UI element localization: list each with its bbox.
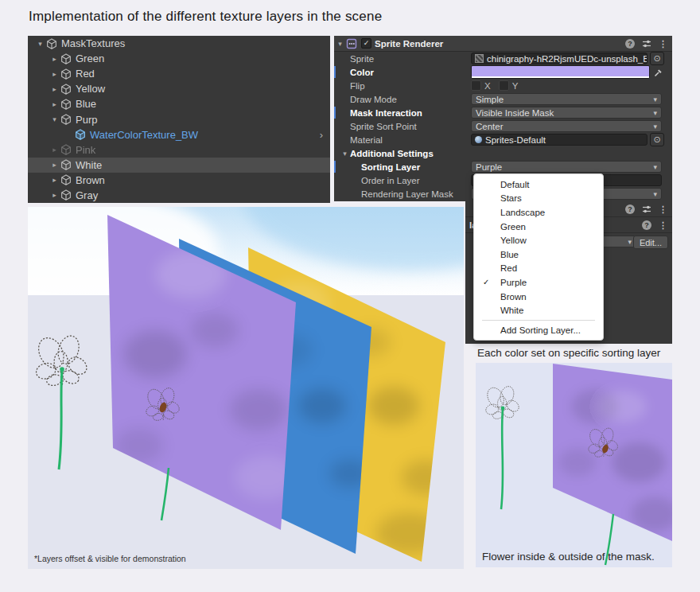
hierarchy-item-label: Pink — [76, 144, 95, 156]
kebab-menu-icon[interactable]: ⋮ — [659, 220, 667, 230]
cube-icon — [60, 114, 72, 125]
foldout-icon[interactable]: ▾ — [339, 150, 351, 158]
kebab-menu-icon[interactable]: ⋮ — [659, 204, 667, 214]
property-label: Sprite Sort Point — [350, 122, 417, 131]
hierarchy-item-masktextures[interactable]: ▾MaskTextures — [28, 36, 330, 51]
hierarchy-item-watercolortexture_bw[interactable]: WaterColorTexture_BW› — [28, 127, 330, 142]
preset-icon[interactable] — [642, 39, 651, 49]
color-swatch[interactable] — [471, 65, 650, 79]
dropdown-mask-interaction[interactable]: Visible Inside Mask▾ — [471, 107, 662, 119]
hierarchy-item-label: White — [76, 159, 102, 171]
menu-item-blue[interactable]: Blue — [474, 247, 603, 262]
hierarchy-item-label: Gray — [76, 189, 98, 201]
menu-divider — [482, 320, 595, 321]
menu-item-brown[interactable]: Brown — [474, 290, 603, 304]
object-picker-icon[interactable]: ⊙ — [650, 133, 664, 146]
sprite-renderer-header[interactable]: ▾ ✓ Sprite Renderer ? ⋮ — [334, 36, 672, 52]
foldout-icon[interactable]: ▸ — [49, 191, 60, 199]
menu-item-yellow[interactable]: Yellow — [474, 233, 603, 247]
foldout-icon[interactable]: ▸ — [49, 85, 60, 93]
value-cell: Sprites-Default⊙ — [471, 134, 664, 146]
menu-item-label: White — [500, 306, 523, 315]
preset-icon[interactable] — [642, 204, 651, 214]
foldout-icon[interactable]: ▸ — [49, 55, 60, 63]
foldout-icon[interactable]: ▸ — [49, 70, 60, 78]
inspector-row-sorting-layer: Sorting LayerPurple▾ — [334, 160, 672, 173]
menu-item-label: Yellow — [500, 236, 527, 245]
override-indicator — [334, 161, 336, 173]
override-indicator — [334, 107, 336, 119]
menu-item-label: Landscape — [500, 208, 545, 217]
hierarchy-item-label: Green — [76, 53, 104, 64]
property-label: Flip — [350, 81, 365, 91]
menu-item-white[interactable]: White — [474, 303, 603, 317]
menu-item-landscape[interactable]: Landscape — [474, 205, 603, 220]
property-label: Color — [350, 68, 374, 77]
chevron-down-icon: ▾ — [653, 163, 657, 171]
menu-item-default[interactable]: Default — [474, 177, 603, 192]
hierarchy-panel: ▾MaskTextures▸Green▸Red▸Yellow▸Blue▾Purp… — [28, 36, 330, 203]
kebab-menu-icon[interactable]: ⋮ — [659, 39, 667, 49]
chevron-down-icon: ▾ — [653, 190, 657, 198]
nav-arrow-icon[interactable]: › — [320, 129, 323, 141]
dropdown-value: Purple — [476, 162, 502, 172]
foldout-icon[interactable]: ▾ — [34, 40, 46, 48]
hierarchy-item-purp[interactable]: ▾Purp — [28, 111, 330, 127]
menu-item-label: Purple — [500, 278, 527, 287]
eyedropper-icon[interactable] — [652, 66, 665, 78]
inspector-row-flip: FlipXY — [334, 79, 672, 92]
component-title: Sprite Renderer — [375, 39, 443, 49]
menu-item-stars[interactable]: Stars — [474, 192, 603, 206]
value-cell: chinigraphy-hR2RjsmUEDc-unsplash_BW⊙ — [471, 53, 664, 64]
hierarchy-item-brown[interactable]: ▸Brown — [28, 173, 330, 188]
foldout-icon[interactable]: ▾ — [49, 115, 60, 123]
menu-item-label: Stars — [500, 193, 522, 203]
hierarchy-item-green[interactable]: ▸Green — [28, 51, 330, 66]
flip-x-checkbox[interactable] — [471, 80, 481, 91]
cube-icon — [46, 38, 57, 49]
foldout-icon[interactable]: ▾ — [334, 40, 346, 48]
flip-x-label: X — [484, 81, 491, 91]
foldout-icon[interactable]: ▸ — [49, 161, 60, 169]
help-icon[interactable]: ? — [625, 204, 635, 214]
help-icon[interactable]: ? — [642, 220, 651, 230]
property-label: Draw Mode — [350, 95, 397, 104]
inspector-row-mask-interaction: Mask InteractionVisible Inside Mask▾ — [334, 106, 672, 119]
value-cell: XY — [471, 80, 526, 92]
help-icon[interactable]: ? — [625, 39, 635, 49]
hierarchy-item-pink[interactable]: ▸Pink — [28, 142, 330, 158]
menu-item-red[interactable]: Red — [474, 262, 603, 276]
object-picker-icon[interactable]: ⊙ — [650, 52, 664, 65]
edit-button[interactable]: Edit... — [633, 236, 668, 249]
property-label: Additional Settings — [350, 149, 434, 158]
dropdown-sprite-sort-point[interactable]: Center▾ — [471, 120, 662, 132]
flip-y-label: Y — [512, 81, 519, 91]
inspector-row-material: MaterialSprites-Default⊙ — [334, 133, 672, 146]
sorting-layer-caption: Each color set on specific sorting layer — [477, 347, 660, 359]
hierarchy-item-yellow[interactable]: ▸Yellow — [28, 81, 330, 96]
inspector-row-sprite-sort-point: Sprite Sort PointCenter▾ — [334, 119, 672, 133]
hierarchy-item-gray[interactable]: ▸Gray — [28, 188, 330, 203]
hierarchy-item-blue[interactable]: ▸Blue — [28, 96, 330, 111]
hierarchy-item-white[interactable]: ▸White — [28, 158, 330, 173]
foldout-icon[interactable]: ▸ — [49, 100, 60, 108]
scene-small-render — [476, 363, 672, 567]
component-enabled-checkbox[interactable]: ✓ — [361, 38, 371, 49]
menu-item-add-sorting-layer-[interactable]: Add Sorting Layer... — [474, 323, 603, 337]
flip-y-checkbox[interactable] — [499, 80, 509, 91]
menu-item-purple[interactable]: ✓Purple — [474, 275, 603, 290]
dropdown-draw-mode[interactable]: Simple▾ — [471, 93, 662, 105]
cube-icon — [60, 84, 72, 95]
cube-icon — [60, 159, 72, 170]
foldout-icon[interactable]: ▸ — [49, 146, 60, 154]
dropdown-sorting-layer[interactable]: Purple▾ — [471, 161, 662, 173]
property-label: Rendering Layer Mask — [361, 189, 453, 199]
hierarchy-item-red[interactable]: ▸Red — [28, 66, 330, 81]
sprite-thumb-icon — [475, 54, 484, 63]
menu-item-green[interactable]: Green — [474, 220, 603, 234]
property-label: Material — [350, 135, 383, 145]
object-field[interactable]: chinigraphy-hR2RjsmUEDc-unsplash_BW — [471, 53, 648, 64]
cube-icon — [60, 53, 72, 64]
foldout-icon[interactable]: ▸ — [49, 176, 60, 184]
object-field[interactable]: Sprites-Default — [471, 134, 648, 146]
